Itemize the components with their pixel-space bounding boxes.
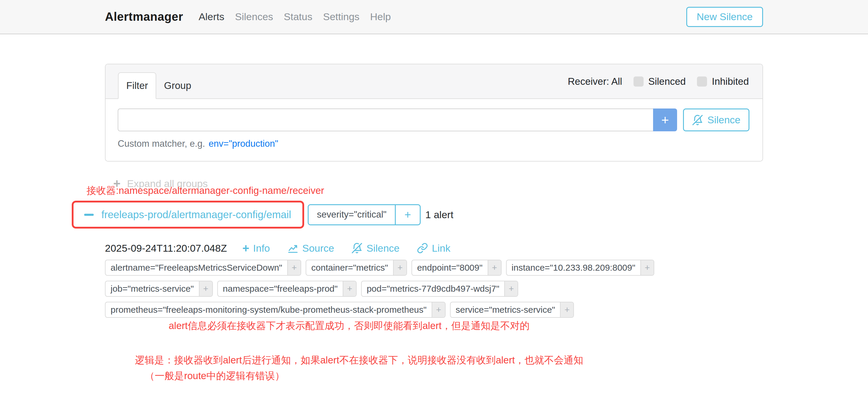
hint-text: Custom matcher, e.g. [118,139,205,149]
plus-icon: + [242,242,249,254]
info-link-label: Info [253,243,270,254]
silenced-checkbox-group: Silenced [633,76,686,87]
filter-card-header: Filter Group Receiver: All Silenced Inhi… [105,64,763,99]
matcher-hint: Custom matcher, e.g.env="production" [118,139,749,149]
alert-timestamp: 2025-09-24T11:20:07.048Z [105,243,227,254]
label-chip[interactable]: endpoint="8009" + [411,260,502,276]
label-add-button[interactable]: + [560,302,573,317]
label-text: container="metrics" [306,260,393,275]
nav-item-status[interactable]: Status [284,11,312,23]
label-add-button[interactable]: + [432,302,445,317]
alert-detail: 2025-09-24T11:20:07.048Z + Info Source [105,242,763,318]
label-add-button[interactable]: + [343,281,356,296]
nav-item-help[interactable]: Help [370,11,391,23]
alert-labels: alertname="FreeleapsMetricsServiceDown" … [105,260,763,318]
app-brand[interactable]: Alertmanager [105,10,183,23]
label-add-button[interactable]: + [504,281,518,296]
label-add-button[interactable]: + [393,260,406,275]
bell-slash-icon [692,115,703,126]
silence-button[interactable]: Silence [683,109,749,131]
label-text: service="metrics-service" [451,302,560,317]
annotation-route-note: （一般是route中的逻辑有错误） [145,370,763,382]
filter-card-body: + Silence Custom matcher, e.g.env="produ… [105,99,763,161]
silenced-checkbox[interactable] [633,76,644,87]
group-matcher-label[interactable]: severity="critical" [309,205,395,224]
annotation-logic-note: 逻辑是：接收器收到alert后进行通知，如果alert不在接收器下，说明接收器没… [135,354,763,366]
label-chip[interactable]: pod="metrics-77d9cdb497-wdsj7" + [361,281,518,297]
label-add-button[interactable]: + [287,260,301,275]
bell-slash-icon [351,243,363,254]
label-text: pod="metrics-77d9cdb497-wdsj7" [362,281,504,296]
link-icon [417,243,428,254]
top-navbar: Alertmanager Alerts Silences Status Sett… [0,0,868,34]
add-matcher-button[interactable]: + [653,109,677,131]
link-link-label: Link [432,243,450,254]
label-chip[interactable]: namespace="freeleaps-prod" + [217,281,356,297]
label-chip[interactable]: container="metrics" + [306,260,407,276]
chart-icon [287,243,299,254]
matcher-input[interactable] [118,109,653,131]
label-add-button[interactable]: + [640,260,654,275]
inhibited-label: Inhibited [712,76,749,87]
silence-button-label: Silence [707,114,741,126]
label-text: instance="10.233.98.209:8009" [507,260,640,275]
receiver-annotation: 接收器:namespace/altermanager-config-name/r… [87,184,763,196]
nav-item-silences[interactable]: Silences [235,11,273,23]
group-matcher-add-button[interactable]: + [395,205,420,224]
alert-count: 1 alert [425,209,454,220]
label-text: namespace="freeleaps-prod" [218,281,343,296]
alert-group-row: freeleaps-prod/alertmanager-config/email… [72,201,763,228]
new-silence-button[interactable]: New Silence [686,7,763,27]
receiver-filter[interactable]: Receiver: All [568,76,622,87]
main-content: Filter Group Receiver: All Silenced Inhi… [105,64,763,382]
label-chip[interactable]: alertname="FreeleapsMetricsServiceDown" … [105,260,301,276]
filter-card: Filter Group Receiver: All Silenced Inhi… [105,64,763,161]
collapse-minus-icon [84,214,94,216]
label-text: prometheus="freeleaps-monitoring-system/… [105,302,432,317]
nav-item-alerts[interactable]: Alerts [198,11,224,23]
label-text: endpoint="8009" [412,260,488,275]
label-chip[interactable]: prometheus="freeleaps-monitoring-system/… [105,302,445,318]
silenced-label: Silenced [648,76,686,87]
label-add-button[interactable]: + [488,260,501,275]
label-chip[interactable]: job="metrics-service" + [105,281,213,297]
group-matcher-chip: severity="critical" + [308,204,421,225]
label-text: job="metrics-service" [105,281,199,296]
tab-filter[interactable]: Filter [118,72,156,99]
label-chip[interactable]: instance="10.233.98.209:8009" + [506,260,654,276]
hint-example-link[interactable]: env="production" [209,139,278,149]
generator-link[interactable]: Link [417,243,450,254]
annotation-config-note: alert信息必须在接收器下才表示配置成功，否则即使能看到alert，但是通知是… [169,319,763,332]
source-link[interactable]: Source [287,243,334,254]
nav-item-settings[interactable]: Settings [323,11,360,23]
annotation-highlight-box: freeleaps-prod/alertmanager-config/email [72,201,304,228]
silence-link[interactable]: Silence [351,243,400,254]
label-add-button[interactable]: + [199,281,212,296]
label-chip[interactable]: service="metrics-service" + [450,302,574,318]
source-link-label: Source [302,243,334,254]
label-text: alertname="FreeleapsMetricsServiceDown" [105,260,287,275]
info-link[interactable]: + Info [242,242,270,254]
silence-link-label: Silence [366,243,400,254]
inhibited-checkbox-group: Inhibited [697,76,749,87]
inhibited-checkbox[interactable] [697,76,707,87]
group-receiver-button[interactable]: freeleaps-prod/alertmanager-config/email [101,209,291,220]
tab-group[interactable]: Group [156,72,199,99]
